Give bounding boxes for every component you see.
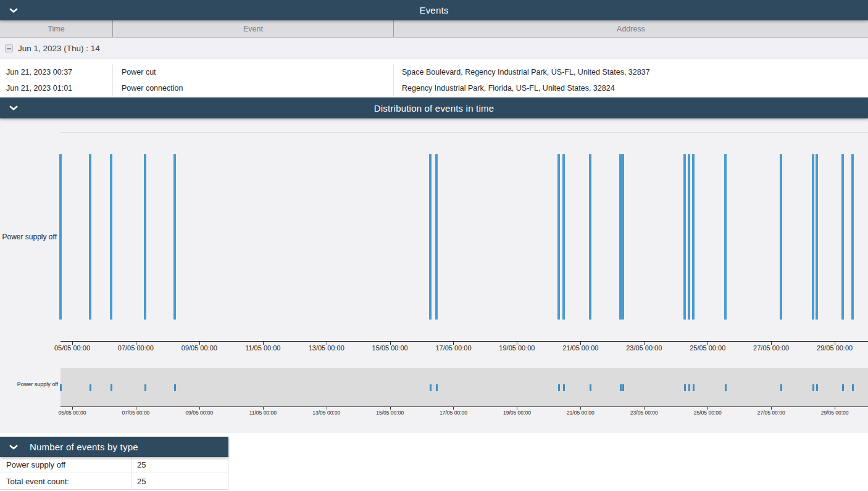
count-value: 25	[131, 477, 228, 486]
counts-table: Power supply off 25 Total event count: 2…	[0, 457, 228, 490]
axis-tick-label: 23/05 00:00	[616, 344, 672, 352]
column-header-event[interactable]: Event	[113, 20, 394, 37]
axis-tick-label: 15/05 00:00	[369, 410, 412, 416]
axis-tick-label: 25/05 00:00	[686, 410, 729, 416]
overview-event-mark	[590, 384, 591, 391]
event-bar	[557, 154, 560, 320]
overview-event-mark	[90, 384, 91, 391]
group-row-label: Jun 1, 2023 (Thu) : 14	[18, 44, 100, 53]
main-x-axis	[61, 341, 868, 342]
overview-event-mark	[725, 384, 727, 391]
event-bar	[724, 154, 727, 320]
event-bar	[144, 154, 146, 320]
event-bar	[622, 154, 624, 320]
table-row[interactable]: Jun 21, 2023 00:37 Power cut Space Boule…	[0, 64, 868, 80]
main-x-axis-labels: 05/05 00:0007/05 00:0009/05 00:0011/05 0…	[61, 344, 868, 354]
distribution-panel-title: Distribution of events in time	[0, 103, 868, 113]
event-bar	[816, 154, 818, 320]
event-bar	[59, 154, 62, 320]
overview-x-axis-labels: 05/05 00:0007/05 00:0009/05 00:0011/05 0…	[61, 410, 868, 417]
counts-panel-title: Number of events by type	[0, 442, 228, 452]
axis-tick-label: 13/05 00:00	[299, 344, 354, 352]
events-panel-header[interactable]: Events	[0, 0, 868, 20]
axis-tick-label: 29/05 00:00	[813, 410, 856, 416]
event-bar	[173, 154, 176, 320]
main-plot-area	[61, 154, 868, 320]
overview-event-mark	[563, 384, 565, 391]
timeline-chart: Power supply off 05/05 00:0007/05 00:000…	[0, 118, 868, 433]
axis-tick-label: 17/05 00:00	[425, 344, 481, 352]
axis-tick-label: 05/05 00:00	[51, 410, 94, 416]
axis-tick-label: 09/05 00:00	[178, 410, 221, 416]
event-bar	[851, 154, 854, 320]
overview-event-mark	[842, 384, 844, 391]
row-spacer	[0, 59, 868, 64]
group-row[interactable]: Jun 1, 2023 (Thu) : 14	[0, 38, 868, 59]
events-table-body: Jun 21, 2023 00:37 Power cut Space Boule…	[0, 59, 868, 102]
distribution-panel-header[interactable]: Distribution of events in time	[0, 97, 868, 118]
cell-address: Space Boulevard, Regency Industrial Park…	[394, 64, 868, 80]
events-panel-title: Events	[0, 5, 868, 15]
event-bar	[429, 154, 432, 320]
overview-event-mark	[812, 384, 814, 391]
event-bar	[780, 154, 782, 320]
event-bar	[110, 154, 112, 320]
axis-tick-label: 11/05 00:00	[235, 344, 291, 352]
axis-tick-label: 07/05 00:00	[108, 344, 164, 352]
count-row[interactable]: Power supply off 25	[0, 457, 228, 473]
count-value: 25	[131, 460, 228, 469]
overview-event-mark	[620, 384, 622, 391]
event-bar	[435, 154, 438, 320]
chevron-down-icon[interactable]	[7, 102, 20, 114]
overview-event-mark	[111, 384, 112, 391]
chevron-down-icon[interactable]	[7, 4, 20, 17]
count-row[interactable]: Total event count: 25	[0, 473, 228, 489]
axis-tick-label: 15/05 00:00	[362, 344, 418, 352]
overview-timeline-band[interactable]	[61, 368, 868, 406]
events-table-header: Time Event Address	[0, 20, 868, 38]
column-header-time[interactable]: Time	[0, 20, 113, 37]
overview-x-axis	[61, 406, 868, 407]
event-bar	[692, 154, 695, 320]
axis-tick-label: 19/05 00:00	[495, 410, 538, 416]
counts-panel-header[interactable]: Number of events by type	[0, 437, 228, 457]
overview-event-mark	[780, 384, 782, 391]
axis-tick-label: 11/05 00:00	[241, 410, 285, 416]
cell-address: Regency Industrial Park, Florida, US-FL,…	[394, 80, 868, 96]
overview-event-mark	[693, 384, 695, 391]
axis-tick-label: 09/05 00:00	[172, 344, 227, 352]
axis-tick-label: 27/05 00:00	[749, 410, 793, 416]
event-bar	[688, 154, 690, 320]
overview-event-mark	[430, 384, 432, 391]
overview-event-mark	[174, 384, 176, 391]
overview-event-mark	[60, 384, 62, 391]
axis-tick-label: 13/05 00:00	[305, 410, 348, 416]
overview-event-mark	[558, 384, 560, 391]
event-bar	[562, 154, 565, 320]
axis-tick-label: 21/05 00:00	[553, 344, 608, 352]
column-header-address[interactable]: Address	[394, 20, 868, 37]
collapse-minus-icon[interactable]	[5, 44, 13, 52]
overview-event-mark	[688, 384, 690, 391]
cell-time: Jun 21, 2023 01:01	[0, 80, 113, 96]
axis-tick-label: 07/05 00:00	[114, 410, 157, 416]
axis-tick-label: 29/05 00:00	[807, 344, 862, 352]
event-bar	[812, 154, 814, 320]
chevron-down-icon[interactable]	[7, 441, 20, 453]
axis-tick-label: 19/05 00:00	[489, 344, 545, 352]
axis-tick-label: 17/05 00:00	[432, 410, 475, 416]
count-label: Power supply off	[0, 457, 131, 472]
table-row[interactable]: Jun 21, 2023 01:01 Power connection Rege…	[0, 80, 868, 96]
axis-tick-label: 25/05 00:00	[680, 344, 735, 352]
event-bar	[589, 154, 591, 320]
count-label: Total event count:	[0, 473, 131, 489]
cell-event: Power connection	[113, 80, 394, 96]
overview-event-mark	[622, 384, 624, 391]
cell-event: Power cut	[113, 64, 394, 80]
event-bar	[89, 154, 91, 320]
overview-event-mark	[144, 384, 146, 391]
overview-event-mark	[436, 384, 438, 391]
axis-tick-label: 05/05 00:00	[44, 344, 100, 352]
event-bar	[841, 154, 844, 320]
overview-event-mark	[816, 384, 818, 391]
